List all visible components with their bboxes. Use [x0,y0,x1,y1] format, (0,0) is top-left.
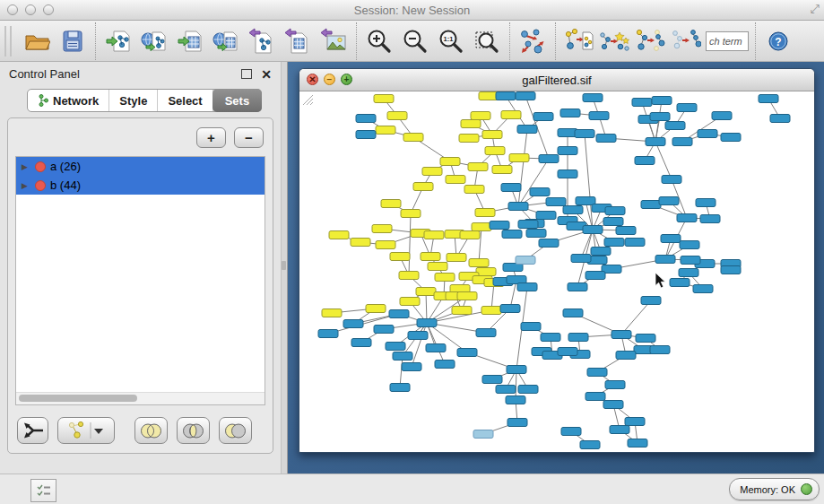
network-node[interactable] [698,130,717,138]
network-node[interactable] [374,326,394,334]
network-node[interactable] [536,212,556,220]
new-network-from-selection-button[interactable] [560,22,596,60]
network-node[interactable] [641,297,661,305]
network-node[interactable] [650,346,670,354]
network-node[interactable] [401,210,421,218]
network-node[interactable] [366,305,386,313]
network-node[interactable] [501,111,521,119]
import-network-file-button[interactable] [100,22,136,60]
zoom-selected-button[interactable] [469,22,505,60]
network-node[interactable] [596,135,616,143]
export-table-button[interactable] [280,22,316,60]
network-node[interactable] [665,122,685,130]
create-set-from-network-dropdown[interactable] [57,417,115,444]
network-node[interactable] [374,95,394,103]
network-node[interactable] [351,239,370,247]
network-node[interactable] [390,384,410,392]
first-neighbors-button[interactable] [596,22,632,60]
network-node[interactable] [625,239,645,247]
network-node[interactable] [460,231,480,239]
maximize-network-button[interactable]: + [341,74,352,85]
tab-sets[interactable]: Sets [213,89,262,112]
show-all-button[interactable] [668,22,704,60]
memory-status-button[interactable]: Memory: OK [729,478,820,500]
splitter-handle-icon[interactable] [282,261,286,270]
network-node[interactable] [603,401,623,409]
network-node[interactable] [616,227,636,235]
network-node[interactable] [517,126,537,134]
network-node[interactable] [389,310,409,318]
resize-grip-icon[interactable] [299,91,314,106]
network-node[interactable] [413,183,433,191]
network-node[interactable] [500,305,520,313]
union-sets-button[interactable] [134,417,168,444]
network-node[interactable] [605,381,625,389]
network-node[interactable] [402,363,421,371]
network-node[interactable] [521,323,541,331]
network-node[interactable] [610,426,629,434]
network-node[interactable] [457,292,477,300]
network-node[interactable] [677,104,697,112]
network-node[interactable] [583,226,603,234]
network-node[interactable] [475,209,495,217]
network-node[interactable] [457,349,477,357]
close-panel-icon[interactable]: ✕ [261,68,272,81]
network-node[interactable] [386,343,405,351]
network-node[interactable] [343,320,363,328]
network-node[interactable] [356,131,376,139]
network-node[interactable] [650,113,670,121]
network-node[interactable] [576,197,595,205]
network-node[interactable] [452,307,472,315]
network-node[interactable] [672,138,692,146]
network-node[interactable] [679,269,698,277]
network-node[interactable] [426,344,446,352]
network-node[interactable] [502,230,522,239]
network-node[interactable] [356,115,376,123]
network-node[interactable] [636,335,655,343]
network-node[interactable] [530,188,550,196]
zoom-in-button[interactable] [361,22,397,60]
zoom-actual-size-button[interactable]: 1:1 [433,22,469,60]
network-node[interactable] [655,256,675,264]
network-node[interactable] [533,113,553,121]
network-node[interactable] [700,215,720,223]
network-node[interactable] [447,254,466,262]
network-node[interactable] [611,331,631,339]
expand-caret-icon[interactable]: ▶ [19,181,30,190]
network-view-window[interactable]: ✕ − + galFiltered.sif [299,68,815,453]
network-node[interactable] [440,158,460,166]
network-node[interactable] [469,259,489,267]
network-node[interactable] [591,248,611,256]
network-node[interactable] [496,386,516,394]
network-node[interactable] [604,239,624,247]
network-node[interactable] [759,95,778,103]
float-panel-icon[interactable] [241,69,252,79]
network-node[interactable] [616,352,636,360]
network-node[interactable] [661,235,681,243]
network-node[interactable] [446,176,465,184]
network-node[interactable] [677,214,697,222]
network-node[interactable] [681,256,700,265]
set-row-b[interactable]: ▶ b (44) [16,176,265,195]
network-node[interactable] [461,120,481,128]
network-node[interactable] [568,283,587,291]
network-node[interactable] [490,222,509,230]
network-node[interactable] [381,200,401,208]
network-node[interactable] [501,184,521,192]
fullscreen-icon[interactable]: ⤢ [811,2,820,16]
network-node[interactable] [585,272,605,280]
network-node[interactable] [399,272,419,280]
network-node[interactable] [507,419,527,427]
network-node[interactable] [473,430,493,439]
network-node[interactable] [721,266,741,274]
add-set-button[interactable]: + [196,127,226,148]
network-node[interactable] [481,307,501,315]
network-node[interactable] [485,147,505,155]
export-network-button[interactable] [244,22,280,60]
hide-selected-button[interactable] [632,22,668,60]
horizontal-scrollbar[interactable] [16,392,265,404]
network-node[interactable] [632,99,652,107]
network-node[interactable] [464,186,484,194]
network-node[interactable] [659,197,679,205]
network-node[interactable] [403,134,423,142]
